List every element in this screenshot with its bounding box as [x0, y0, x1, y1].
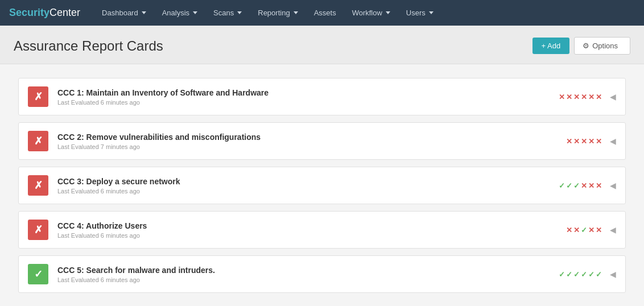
nav-workflow[interactable]: Workflow: [344, 0, 398, 26]
add-button[interactable]: + Add: [532, 38, 570, 54]
card-status-indicators: ✕✕✕✕✕: [566, 137, 602, 146]
check-indicator: ✓: [573, 181, 580, 190]
nav-analysis[interactable]: Analysis: [154, 0, 205, 26]
brand-logo[interactable]: SecurityCenter: [9, 7, 80, 19]
indicator-group: ✓✓✓✓✓✓: [559, 270, 602, 279]
check-indicator: ✓: [566, 181, 572, 190]
x-indicator: ✕: [573, 93, 580, 101]
card-title: CCC 2: Remove vulnerabilities and miscon…: [57, 133, 566, 142]
card-title: CCC 1: Maintain an Inventory of Software…: [57, 88, 559, 97]
nav-assets[interactable]: Assets: [306, 0, 344, 26]
options-button[interactable]: ⚙ Options: [574, 37, 630, 55]
x-indicator: ✕: [581, 181, 587, 190]
pass-icon: ✓: [28, 264, 48, 284]
x-indicator: ✕: [573, 137, 580, 146]
x-indicator: ✕: [596, 93, 602, 101]
check-indicator: ✓: [581, 270, 587, 279]
card-title: CCC 5: Search for malware and intruders.: [57, 266, 559, 275]
card-subtitle: Last Evaluated 6 minutes ago: [57, 188, 559, 195]
header-actions: + Add ⚙ Options: [532, 37, 630, 55]
card-item[interactable]: ✗CCC 1: Maintain an Inventory of Softwar…: [18, 78, 626, 115]
card-subtitle: Last Evaluated 6 minutes ago: [57, 232, 566, 239]
chevron-down-icon: [294, 11, 298, 14]
check-indicator: ✓: [596, 270, 602, 279]
main-content: ✗CCC 1: Maintain an Inventory of Softwar…: [0, 64, 644, 306]
nav-reporting[interactable]: Reporting: [250, 0, 306, 26]
card-body: CCC 4: Authorize UsersLast Evaluated 6 m…: [57, 221, 566, 239]
nav-users[interactable]: Users: [398, 0, 441, 26]
card-item[interactable]: ✗CCC 4: Authorize UsersLast Evaluated 6 …: [18, 211, 626, 249]
card-list: ✗CCC 1: Maintain an Inventory of Softwar…: [18, 78, 626, 293]
expand-chevron-icon[interactable]: ◀: [610, 137, 616, 146]
chevron-down-icon: [386, 11, 390, 14]
card-item[interactable]: ✗CCC 2: Remove vulnerabilities and misco…: [18, 122, 626, 160]
main-nav: SecurityCenter Dashboard Analysis Scans …: [0, 0, 644, 26]
card-subtitle: Last Evaluated 7 minutes ago: [57, 143, 566, 150]
card-status-indicators: ✓✓✓✕✕✕: [559, 181, 602, 190]
chevron-down-icon: [429, 11, 434, 14]
indicator-group: ✕✕✕✕✕: [566, 137, 602, 146]
fail-icon: ✗: [28, 131, 48, 151]
card-title: CCC 3: Deploy a secure network: [57, 177, 559, 186]
gear-icon: ⚙: [583, 42, 589, 50]
expand-chevron-icon[interactable]: ◀: [610, 181, 616, 190]
card-item[interactable]: ✓CCC 5: Search for malware and intruders…: [18, 255, 626, 293]
card-subtitle: Last Evaluated 6 minutes ago: [57, 276, 559, 283]
card-status-indicators: ✕✕✓✕✕: [566, 226, 602, 234]
fail-icon: ✗: [28, 220, 48, 240]
check-indicator: ✓: [581, 226, 587, 234]
indicator-group: ✕✕✕✕✕✕: [559, 93, 602, 101]
indicator-group: ✓✓✓✕✕✕: [559, 181, 602, 190]
fail-icon: ✗: [28, 86, 48, 107]
x-indicator: ✕: [596, 137, 602, 146]
x-indicator: ✕: [559, 93, 565, 101]
expand-chevron-icon[interactable]: ◀: [610, 92, 616, 101]
card-body: CCC 3: Deploy a secure networkLast Evalu…: [57, 177, 559, 195]
x-indicator: ✕: [588, 93, 595, 101]
indicator-group: ✕✕✓✕✕: [566, 226, 602, 234]
x-indicator: ✕: [588, 181, 595, 190]
check-indicator: ✓: [559, 270, 565, 279]
page-header: Assurance Report Cards + Add ⚙ Options: [0, 26, 644, 64]
x-indicator: ✕: [566, 226, 572, 234]
nav-scans[interactable]: Scans: [205, 0, 250, 26]
card-body: CCC 1: Maintain an Inventory of Software…: [57, 88, 559, 106]
check-indicator: ✓: [566, 270, 572, 279]
nav-items: Dashboard Analysis Scans Reporting Asset…: [94, 0, 441, 26]
card-status-indicators: ✕✕✕✕✕✕: [559, 93, 602, 101]
card-subtitle: Last Evaluated 6 minutes ago: [57, 99, 559, 106]
x-indicator: ✕: [596, 181, 602, 190]
fail-icon: ✗: [28, 175, 48, 196]
check-indicator: ✓: [559, 181, 565, 190]
chevron-down-icon: [142, 11, 146, 14]
brand-suffix: Center: [49, 7, 80, 18]
x-indicator: ✕: [573, 226, 580, 234]
x-indicator: ✕: [566, 137, 572, 146]
card-body: CCC 2: Remove vulnerabilities and miscon…: [57, 133, 566, 150]
x-indicator: ✕: [581, 137, 587, 146]
card-item[interactable]: ✗CCC 3: Deploy a secure networkLast Eval…: [18, 167, 626, 204]
page-title: Assurance Report Cards: [14, 38, 163, 54]
card-title: CCC 4: Authorize Users: [57, 221, 566, 230]
x-indicator: ✕: [588, 226, 595, 234]
x-indicator: ✕: [581, 93, 587, 101]
x-indicator: ✕: [596, 226, 602, 234]
chevron-down-icon: [237, 11, 242, 14]
x-indicator: ✕: [588, 137, 595, 146]
card-body: CCC 5: Search for malware and intruders.…: [57, 266, 559, 283]
check-indicator: ✓: [588, 270, 595, 279]
x-indicator: ✕: [566, 93, 572, 101]
expand-chevron-icon[interactable]: ◀: [610, 225, 616, 234]
card-status-indicators: ✓✓✓✓✓✓: [559, 270, 602, 279]
expand-chevron-icon[interactable]: ◀: [610, 270, 616, 279]
nav-dashboard[interactable]: Dashboard: [94, 0, 154, 26]
chevron-down-icon: [193, 11, 197, 14]
brand-prefix: Security: [9, 7, 49, 18]
check-indicator: ✓: [573, 270, 580, 279]
